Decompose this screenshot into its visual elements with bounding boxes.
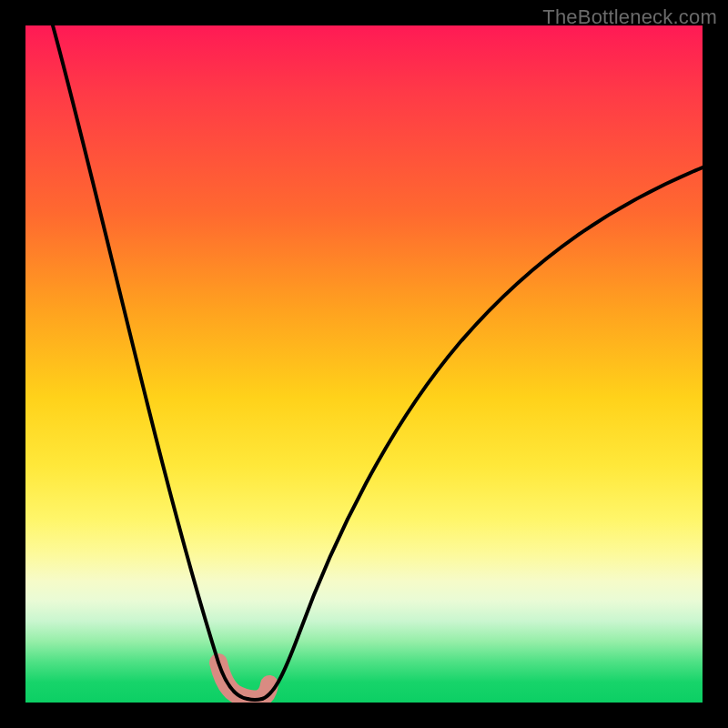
plot-area [25, 25, 703, 703]
curve-left-branch [53, 25, 248, 699]
watermark-text: TheBottleneck.com [542, 5, 717, 29]
outer-frame: TheBottleneck.com [0, 0, 728, 728]
curve-right-branch [262, 167, 703, 699]
bottleneck-curve-svg [25, 25, 703, 703]
curve-trough [248, 699, 262, 700]
